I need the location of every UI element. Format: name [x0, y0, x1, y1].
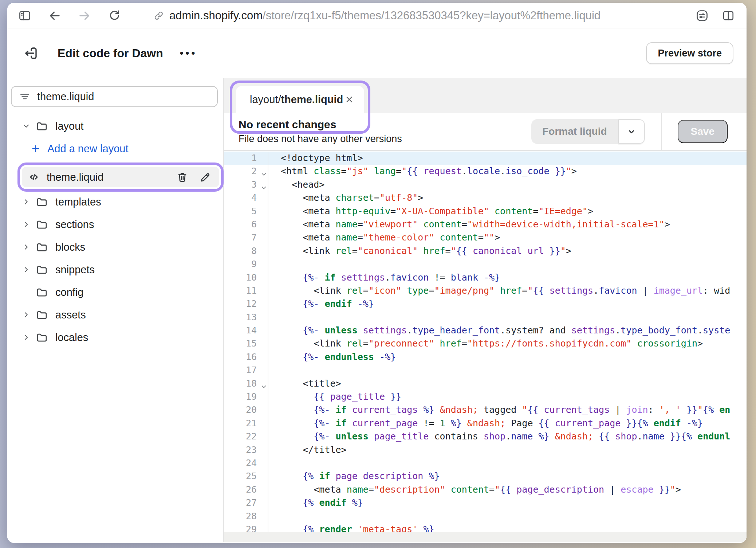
code-line[interactable]: 15 <link rel="preconnect" href="https://…	[224, 337, 747, 350]
code-line[interactable]: 20 {%- if current_tags %} &ndash; tagged…	[224, 403, 747, 416]
line-number[interactable]: 25	[224, 470, 268, 483]
code-text[interactable]	[268, 457, 281, 470]
chevron-right-icon[interactable]	[22, 220, 31, 229]
line-number[interactable]: 8	[224, 244, 268, 258]
tab-layout-theme-liquid[interactable]: layout/theme.liquid	[236, 86, 364, 113]
chevron-right-icon[interactable]	[22, 310, 31, 319]
chevron-right-icon[interactable]	[22, 333, 31, 342]
line-number[interactable]: 16	[224, 351, 268, 364]
code-text[interactable]: <meta charset="utf-8">	[268, 191, 423, 204]
line-number[interactable]: 24	[224, 457, 268, 470]
line-number[interactable]: 13	[224, 311, 268, 324]
chevron-right-icon[interactable]	[22, 265, 31, 274]
line-number[interactable]: 21	[224, 417, 268, 430]
sidebar-item-assets[interactable]: assets	[7, 305, 223, 324]
code-text[interactable]: {% if page_description %}	[268, 470, 440, 483]
line-number[interactable]: 28	[224, 510, 268, 523]
line-number[interactable]: 22	[224, 430, 268, 443]
code-line[interactable]: 25 {% if page_description %}	[224, 470, 747, 483]
code-text[interactable]	[268, 510, 281, 523]
code-line[interactable]: 18 <title>	[224, 377, 747, 390]
code-line[interactable]: 19 {{ page_title }}	[224, 390, 747, 403]
sidebar-item-add-a-new-layout[interactable]: Add a new layout	[7, 139, 223, 158]
code-line[interactable]: 8 <link rel="canonical" href="{{ canonic…	[224, 244, 747, 258]
code-line[interactable]: 17	[224, 364, 747, 377]
line-number[interactable]: 12	[224, 297, 268, 310]
fold-toggle-icon[interactable]	[260, 182, 267, 189]
code-line[interactable]: 28	[224, 510, 747, 523]
code-text[interactable]: <title>	[268, 377, 341, 390]
line-number[interactable]: 17	[224, 364, 268, 377]
sidebar-item-config[interactable]: config	[7, 283, 223, 302]
exit-editor-icon[interactable]	[23, 46, 39, 61]
line-number[interactable]: 23	[224, 443, 268, 457]
line-number[interactable]: 9	[224, 258, 268, 271]
code-text[interactable]: {%- endunless -%}	[268, 351, 396, 364]
code-text[interactable]: <link rel="icon" type="image/png" href="…	[268, 284, 730, 297]
code-text[interactable]: <link rel="canonical" href="{{ canonical…	[268, 244, 571, 258]
code-line[interactable]: 3 <head>	[224, 178, 747, 191]
code-line[interactable]: 9	[224, 258, 747, 271]
sidebar-item-blocks[interactable]: blocks	[7, 238, 223, 257]
code-text[interactable]: </title>	[268, 443, 347, 457]
line-number[interactable]: 1	[224, 152, 268, 165]
sidebar-toggle-icon[interactable]	[18, 9, 31, 22]
sidebar-item-templates[interactable]: templates	[7, 192, 223, 211]
sidebar-item-snippets[interactable]: snippets	[7, 260, 223, 279]
code-line[interactable]: 29 {% render 'meta-tags' %}	[224, 523, 747, 532]
code-text[interactable]: <meta name="description" content="{{ pag…	[268, 483, 681, 496]
code-text[interactable]: {%- unless page_title contains shop.name…	[268, 430, 730, 443]
page-settings-icon[interactable]	[696, 9, 709, 22]
line-number[interactable]: 4	[224, 191, 268, 204]
code-text[interactable]: <link rel="preconnect" href="https://fon…	[268, 337, 703, 350]
more-actions-button[interactable]: •••	[180, 47, 197, 59]
code-text[interactable]: <meta name="theme-color" content="">	[268, 231, 500, 244]
sidebar-item-locales[interactable]: locales	[7, 328, 223, 347]
code-text[interactable]: {%- if current_page != 1 %} &ndash; Page…	[268, 417, 703, 430]
code-editor[interactable]: 1<!doctype html>2<html class="js" lang="…	[224, 151, 747, 532]
line-number[interactable]: 11	[224, 284, 268, 297]
code-line[interactable]: 14 {%- unless settings.type_header_font.…	[224, 324, 747, 337]
back-arrow-icon[interactable]	[48, 9, 61, 22]
line-number[interactable]: 26	[224, 483, 268, 496]
code-text[interactable]: <meta name="viewport" content="width=dev…	[268, 218, 670, 231]
code-text[interactable]: {%- if settings.favicon != blank -%}	[268, 271, 500, 284]
close-icon[interactable]	[344, 95, 354, 104]
code-text[interactable]: <html class="js" lang="{{ request.locale…	[268, 165, 577, 178]
code-line[interactable]: 13	[224, 311, 747, 324]
chevron-right-icon[interactable]	[22, 243, 31, 251]
line-number[interactable]: 19	[224, 390, 268, 403]
line-number[interactable]: 29	[224, 523, 268, 532]
reload-icon[interactable]	[108, 9, 121, 22]
code-text[interactable]: {% endif %}	[268, 496, 363, 509]
search-input[interactable]	[37, 91, 210, 103]
code-line[interactable]: 12 {%- endif -%}	[224, 297, 747, 310]
line-number[interactable]: 14	[224, 324, 268, 337]
line-number[interactable]: 5	[224, 205, 268, 218]
code-line[interactable]: 27 {% endif %}	[224, 496, 747, 509]
code-line[interactable]: 4 <meta charset="utf-8">	[224, 191, 747, 204]
line-number[interactable]: 15	[224, 337, 268, 350]
code-line[interactable]: 10 {%- if settings.favicon != blank -%}	[224, 271, 747, 284]
split-view-icon[interactable]	[722, 9, 735, 22]
delete-icon[interactable]	[176, 171, 188, 183]
code-line[interactable]: 1<!doctype html>	[224, 152, 747, 165]
code-text[interactable]: {{ page_title }}	[268, 390, 401, 403]
line-number[interactable]: 2	[224, 165, 268, 178]
code-text[interactable]: {%- if current_tags %} &ndash; tagged "{…	[268, 403, 730, 416]
code-line[interactable]: 21 {%- if current_page != 1 %} &ndash; P…	[224, 417, 747, 430]
code-line[interactable]: 11 <link rel="icon" type="image/png" hre…	[224, 284, 747, 297]
line-number[interactable]: 10	[224, 271, 268, 284]
line-number[interactable]: 18	[224, 377, 268, 390]
code-line[interactable]: 24	[224, 457, 747, 470]
line-number[interactable]: 20	[224, 403, 268, 416]
line-number[interactable]: 27	[224, 496, 268, 509]
code-text[interactable]: {%- unless settings.type_header_font.sys…	[268, 324, 730, 337]
code-line[interactable]: 23 </title>	[224, 443, 747, 457]
chevron-down-icon[interactable]	[22, 122, 31, 130]
code-line[interactable]: 2<html class="js" lang="{{ request.local…	[224, 165, 747, 178]
code-text[interactable]: <head>	[268, 178, 324, 191]
chevron-right-icon[interactable]	[22, 197, 31, 206]
edit-icon[interactable]	[199, 171, 211, 183]
code-text[interactable]: {% render 'meta-tags' %}	[268, 523, 434, 532]
